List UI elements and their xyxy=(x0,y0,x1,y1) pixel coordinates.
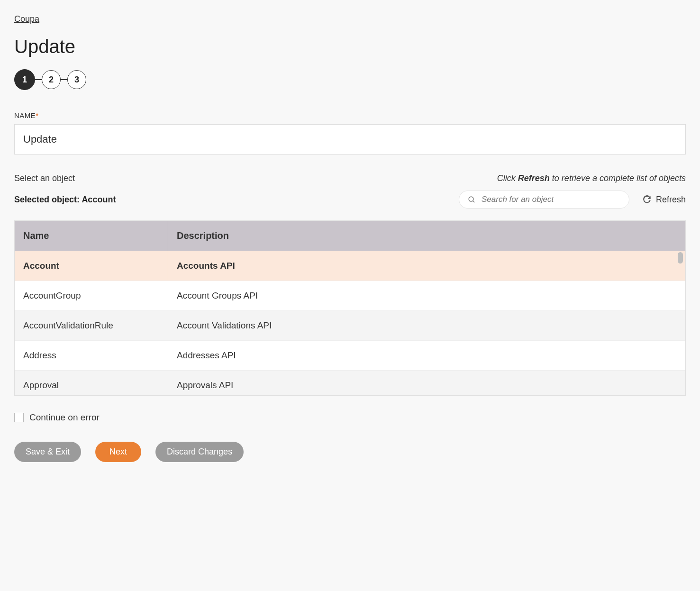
selected-object-label: Selected object: Account xyxy=(14,195,116,205)
name-input[interactable] xyxy=(14,124,686,155)
step-connector xyxy=(35,79,42,80)
scrollbar-track[interactable] xyxy=(676,250,684,393)
cell-name: Approval xyxy=(15,371,168,395)
svg-point-0 xyxy=(469,197,473,201)
cell-name: Account xyxy=(15,251,168,281)
search-icon xyxy=(468,196,476,204)
next-button[interactable]: Next xyxy=(95,442,141,462)
page-title: Update xyxy=(14,36,686,57)
select-object-prompt: Select an object xyxy=(14,173,75,183)
refresh-hint: Click Refresh to retrieve a complete lis… xyxy=(497,173,686,183)
cell-description: Approvals API xyxy=(168,371,685,395)
step-3[interactable]: 3 xyxy=(67,70,86,89)
save-exit-button[interactable]: Save & Exit xyxy=(14,442,81,462)
object-table: Name Description Account Accounts API Ac… xyxy=(14,220,686,396)
refresh-label: Refresh xyxy=(656,195,686,205)
cell-description: Account Validations API xyxy=(168,311,685,340)
cell-description: Accounts API xyxy=(168,251,685,281)
continue-on-error-checkbox[interactable] xyxy=(14,413,24,422)
step-1[interactable]: 1 xyxy=(14,69,35,90)
search-input[interactable] xyxy=(482,195,620,204)
cell-description: Addresses API xyxy=(168,341,685,370)
svg-line-1 xyxy=(473,200,475,202)
table-row[interactable]: Address Addresses API xyxy=(15,340,685,370)
refresh-icon xyxy=(643,195,651,204)
cell-name: Address xyxy=(15,341,168,370)
header-description: Description xyxy=(168,221,685,251)
cell-name: AccountGroup xyxy=(15,281,168,310)
table-row[interactable]: Approval Approvals API xyxy=(15,370,685,395)
breadcrumb-coupa[interactable]: Coupa xyxy=(14,14,39,24)
refresh-button[interactable]: Refresh xyxy=(643,195,686,205)
table-body: Account Accounts API AccountGroup Accoun… xyxy=(15,251,685,395)
table-header-row: Name Description xyxy=(15,221,685,251)
table-row[interactable]: AccountValidationRule Account Validation… xyxy=(15,310,685,340)
scrollbar-thumb[interactable] xyxy=(678,252,683,264)
table-row[interactable]: Account Accounts API xyxy=(15,251,685,281)
stepper: 1 2 3 xyxy=(14,69,686,90)
header-name: Name xyxy=(15,221,168,251)
search-wrapper xyxy=(459,191,629,209)
name-label: NAME* xyxy=(14,111,686,119)
discard-button[interactable]: Discard Changes xyxy=(155,442,244,462)
table-row[interactable]: AccountGroup Account Groups API xyxy=(15,281,685,310)
cell-name: AccountValidationRule xyxy=(15,311,168,340)
cell-description: Account Groups API xyxy=(168,281,685,310)
continue-on-error-label: Continue on error xyxy=(29,412,100,423)
required-star: * xyxy=(36,111,38,119)
step-2[interactable]: 2 xyxy=(42,70,61,89)
step-connector xyxy=(61,79,67,80)
